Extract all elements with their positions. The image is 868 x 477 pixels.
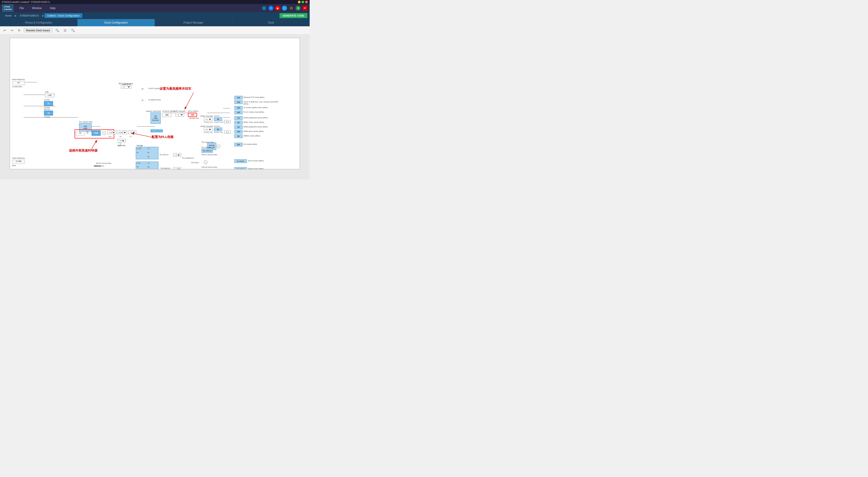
apb1-timer-label: APB1 Timer clocks (MHz) — [244, 121, 264, 123]
youtube-icon[interactable]: ▶ — [275, 6, 280, 11]
enable-css-button[interactable]: Enable CSS — [151, 129, 163, 132]
main-pll-label: Main PLL — [118, 145, 126, 147]
q-div-box[interactable]: / 4 — [118, 139, 126, 142]
minimize-btn[interactable] — [298, 1, 301, 3]
hsi-rc-label: HSI RC — [44, 108, 50, 110]
to-rtc-label: 30 — [142, 88, 144, 90]
pclk2-value: 90 — [214, 128, 222, 131]
app-logo: STM32 CubeMX — [2, 5, 13, 11]
title-bar: STM32CubeMX Untitled*: STM32F429IGTx — [0, 0, 310, 4]
pclk2-label: PCLK2 — [214, 125, 220, 127]
input-freq-range-1: 0-1000 MHz — [12, 86, 22, 88]
hse-freq-input[interactable]: 25 — [76, 131, 85, 135]
generate-code-button[interactable]: GENERATE CODE — [280, 13, 307, 18]
apb1-prescaler-sel[interactable]: / 4 — [204, 117, 212, 121]
apb2-periph-val: 90 — [235, 125, 243, 129]
plli2sclk-output-label: PLL2SCLK — [160, 154, 169, 156]
tab-clock[interactable]: Clock Configuration — [78, 19, 155, 26]
m-div-box[interactable]: / 15 — [107, 130, 116, 134]
p-div-box[interactable]: / 2 — [128, 130, 136, 134]
nav-bar: Home ▶ STM32F429IGTx ▶ Untitled - Clock … — [0, 12, 310, 19]
hse-rtc-div[interactable]: / 2 — [121, 85, 131, 89]
hse-box: HSE — [92, 130, 101, 136]
pclk1-label: PCLK1 — [214, 115, 220, 117]
tab-bar: Pinout & Configuration Clock Configurati… — [0, 19, 310, 26]
maximize-btn[interactable] — [302, 1, 304, 3]
facebook-icon[interactable]: f — [269, 6, 273, 11]
hclk-max-label: 180 MHz max — [189, 117, 199, 119]
menu-help[interactable]: Help — [48, 5, 57, 11]
plli2sclk-div[interactable]: / 1 — [173, 153, 181, 157]
sysclk-mux-box[interactable]: HSHSEPLLCLK — [151, 113, 161, 124]
x2-apb2-box: X 2 — [224, 130, 230, 134]
apb2-prescaler-sel[interactable]: / 2 — [204, 128, 212, 131]
close-btn[interactable] — [305, 1, 308, 3]
p-label: / P — [129, 135, 132, 137]
ethernet-ptp-val: 180 — [235, 96, 243, 99]
ethernet-ptp-label: Ethernet PTP clock (MHz) — [244, 96, 280, 98]
menu-items: File Window Help — [18, 5, 261, 11]
pllq3-label: PLLQ3 — [137, 145, 143, 147]
nav-device[interactable]: STM32F429IGTx — [17, 13, 41, 18]
pll-src-mux-hsi-label: HSIHSE — [84, 125, 87, 129]
zoom-out-button[interactable]: 🔍 — [54, 28, 61, 33]
fclk-val: 180 — [235, 110, 243, 114]
input-freq-label-1: Input frequency — [12, 78, 25, 81]
input-freq-value-1[interactable]: 25 — [12, 81, 25, 85]
nav-home[interactable]: Home — [2, 13, 14, 18]
zoom-fit-button[interactable]: ⊡ — [62, 28, 68, 33]
hclk-value[interactable]: 180 — [188, 113, 197, 117]
menu-file[interactable]: File — [18, 5, 26, 11]
hse-rtc-label: HSE_RTC — [122, 84, 131, 86]
github-icon[interactable]: ⬡ — [289, 6, 294, 11]
input-freq-unit-2: MHz — [12, 164, 16, 166]
pll2ssaiclk-label: PLL2SSAICLK — [182, 157, 194, 159]
menu-window[interactable]: Window — [30, 5, 43, 11]
zoom-in-button[interactable]: 🔍 — [69, 28, 76, 33]
undo-button[interactable]: ↩ — [2, 28, 8, 33]
sai1b-mux-label: SAI1-B source Mux — [202, 166, 217, 168]
pllq3-box: X 190 / 2 *N /R /Q — [136, 147, 158, 159]
refresh-button[interactable]: ↻ — [16, 28, 22, 33]
apb1-periph-val: 45 — [235, 116, 243, 120]
i2s-clk-label: I2S clocks (MHz) — [244, 143, 257, 145]
apb1-timer-val: 90 — [235, 121, 243, 124]
x2-apb1-box: X 2 — [224, 120, 230, 123]
menu-bar: STM32 CubeMX File Window Help 🌐 f ▶ 🐦 ⬡ … — [0, 4, 310, 12]
i2s-clk-val: 180 — [235, 143, 243, 147]
pll-src-mux-label: PLL Source Mux — [79, 121, 92, 123]
apb1-pres-label: APB1 Prescaler — [200, 115, 213, 117]
twitter-icon[interactable]: 🐦 — [282, 6, 287, 11]
lse-box: LSE — [45, 93, 54, 97]
plane-icon[interactable]: ✈ — [296, 6, 301, 11]
ext-clock-label: Ext.clock — [191, 162, 198, 164]
annotation-pll-mul: 配置为PLL倍频 — [152, 135, 174, 139]
plli2sclk-box: PLL2SCLK — [202, 149, 213, 153]
logo-box: STM32 CubeMX — [2, 5, 13, 11]
input-freq-value-2[interactable]: 12.288 — [12, 160, 25, 164]
hse-arrows: ⟨⟩ — [87, 131, 88, 134]
st-logo[interactable]: ST — [302, 6, 307, 11]
cortex-timer-val: 100 — [235, 106, 243, 110]
tab-pinout[interactable]: Pinout & Configuration — [0, 19, 78, 26]
tab-tools[interactable]: Tools — [232, 19, 310, 26]
m-label: / M — [108, 135, 111, 137]
annotation-hse-select: 选择外部高速时钟源 — [69, 149, 97, 153]
redo-button[interactable]: ↪ — [9, 28, 15, 33]
i2s-mux-circle: ○ — [217, 145, 220, 148]
pllsaiclk-div[interactable]: / 1 — [173, 167, 181, 169]
ahb-prescaler-sel[interactable]: / 1 — [176, 113, 184, 117]
mco2-mux-label: MCO2 source Mux — [96, 162, 111, 164]
sysclk-value[interactable]: 180 — [162, 113, 172, 117]
n-mul-box[interactable]: X 216 — [117, 130, 127, 134]
apb2-pres-label: APB2 Prescaler — [200, 125, 213, 127]
ahb-pres-label: AHB Prescaler — [174, 110, 185, 112]
resolve-clock-button[interactable]: Resolve Clock Issues — [24, 28, 52, 33]
to-iwdg-text: To IWDG (KHz) — [148, 99, 161, 101]
nav-clock-config[interactable]: Untitled - Clock Configuration — [44, 13, 82, 18]
hse-mux-circle[interactable]: ○ — [102, 131, 106, 135]
tab-project[interactable]: Project Manager — [155, 19, 232, 26]
globe-icon[interactable]: 🌐 — [261, 6, 267, 11]
apb1-periph-label: APB1 peripheral clocks (MHz) — [244, 117, 268, 119]
clk48-val: 96 — [235, 134, 243, 138]
